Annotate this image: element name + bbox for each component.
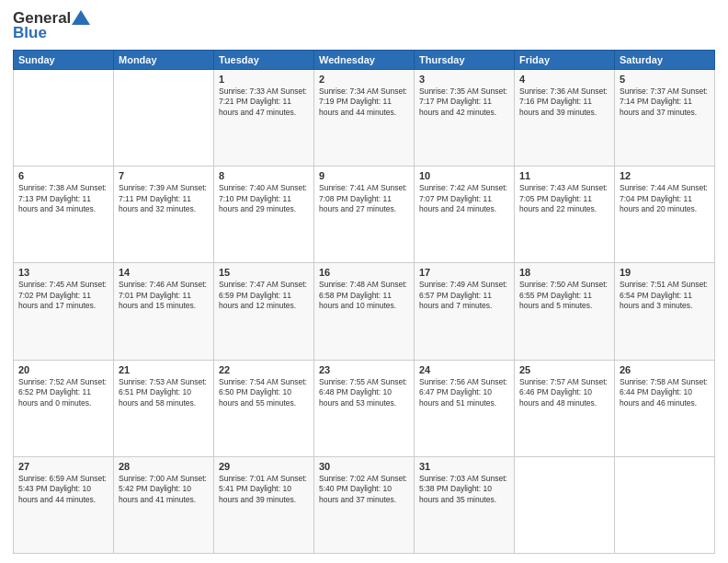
weekday-sunday: Sunday xyxy=(14,51,114,70)
day-info: Sunrise: 7:38 AM Sunset: 7:13 PM Dayligh… xyxy=(18,183,108,214)
calendar-cell: 12Sunrise: 7:44 AM Sunset: 7:04 PM Dayli… xyxy=(615,167,715,263)
day-info: Sunrise: 7:48 AM Sunset: 6:58 PM Dayligh… xyxy=(319,280,409,311)
calendar-cell: 4Sunrise: 7:36 AM Sunset: 7:16 PM Daylig… xyxy=(515,70,615,167)
day-info: Sunrise: 7:56 AM Sunset: 6:47 PM Dayligh… xyxy=(419,377,509,408)
calendar-cell: 15Sunrise: 7:47 AM Sunset: 6:59 PM Dayli… xyxy=(214,263,314,360)
week-row-4: 20Sunrise: 7:52 AM Sunset: 6:52 PM Dayli… xyxy=(14,360,715,456)
day-number: 7 xyxy=(119,170,209,181)
day-info: Sunrise: 7:40 AM Sunset: 7:10 PM Dayligh… xyxy=(219,183,309,214)
day-info: Sunrise: 6:59 AM Sunset: 5:43 PM Dayligh… xyxy=(18,474,108,505)
calendar-cell: 2Sunrise: 7:34 AM Sunset: 7:19 PM Daylig… xyxy=(314,70,415,167)
day-info: Sunrise: 7:44 AM Sunset: 7:04 PM Dayligh… xyxy=(620,183,710,214)
day-number: 31 xyxy=(419,461,509,472)
day-info: Sunrise: 7:03 AM Sunset: 5:38 PM Dayligh… xyxy=(419,474,509,505)
day-number: 25 xyxy=(519,364,609,375)
day-info: Sunrise: 7:58 AM Sunset: 6:44 PM Dayligh… xyxy=(620,377,710,408)
day-info: Sunrise: 7:42 AM Sunset: 7:07 PM Dayligh… xyxy=(419,183,509,214)
calendar-cell: 14Sunrise: 7:46 AM Sunset: 7:01 PM Dayli… xyxy=(114,263,214,360)
day-info: Sunrise: 7:36 AM Sunset: 7:16 PM Dayligh… xyxy=(519,86,609,118)
calendar-cell: 28Sunrise: 7:00 AM Sunset: 5:42 PM Dayli… xyxy=(114,456,214,553)
day-number: 30 xyxy=(319,461,409,472)
day-number: 23 xyxy=(319,364,409,375)
day-info: Sunrise: 7:35 AM Sunset: 7:17 PM Dayligh… xyxy=(419,86,509,118)
day-number: 28 xyxy=(119,461,209,472)
calendar-cell: 20Sunrise: 7:52 AM Sunset: 6:52 PM Dayli… xyxy=(14,360,114,456)
week-row-1: 1Sunrise: 7:33 AM Sunset: 7:21 PM Daylig… xyxy=(14,70,715,167)
calendar-cell: 17Sunrise: 7:49 AM Sunset: 6:57 PM Dayli… xyxy=(415,263,515,360)
weekday-monday: Monday xyxy=(114,51,214,70)
header: General Blue xyxy=(13,9,715,42)
day-number: 29 xyxy=(219,461,309,472)
day-number: 13 xyxy=(18,267,108,278)
day-number: 5 xyxy=(620,74,710,85)
calendar-cell: 23Sunrise: 7:55 AM Sunset: 6:48 PM Dayli… xyxy=(314,360,415,456)
week-row-3: 13Sunrise: 7:45 AM Sunset: 7:02 PM Dayli… xyxy=(14,263,715,360)
calendar-cell: 21Sunrise: 7:53 AM Sunset: 6:51 PM Dayli… xyxy=(114,360,214,456)
day-number: 19 xyxy=(620,267,710,278)
calendar-cell: 26Sunrise: 7:58 AM Sunset: 6:44 PM Dayli… xyxy=(615,360,715,456)
day-info: Sunrise: 7:34 AM Sunset: 7:19 PM Dayligh… xyxy=(319,86,409,118)
calendar-cell: 10Sunrise: 7:42 AM Sunset: 7:07 PM Dayli… xyxy=(415,167,515,263)
day-number: 18 xyxy=(519,267,609,278)
calendar-cell: 22Sunrise: 7:54 AM Sunset: 6:50 PM Dayli… xyxy=(214,360,314,456)
day-info: Sunrise: 7:54 AM Sunset: 6:50 PM Dayligh… xyxy=(219,377,309,408)
day-number: 11 xyxy=(519,170,609,181)
calendar-cell xyxy=(615,456,715,553)
calendar-cell: 30Sunrise: 7:02 AM Sunset: 5:40 PM Dayli… xyxy=(314,456,415,553)
weekday-header-row: SundayMondayTuesdayWednesdayThursdayFrid… xyxy=(14,51,715,70)
day-info: Sunrise: 7:52 AM Sunset: 6:52 PM Dayligh… xyxy=(18,377,108,408)
calendar-cell: 7Sunrise: 7:39 AM Sunset: 7:11 PM Daylig… xyxy=(114,167,214,263)
day-info: Sunrise: 7:57 AM Sunset: 6:46 PM Dayligh… xyxy=(519,377,609,408)
calendar-cell: 29Sunrise: 7:01 AM Sunset: 5:41 PM Dayli… xyxy=(214,456,314,553)
calendar-cell: 6Sunrise: 7:38 AM Sunset: 7:13 PM Daylig… xyxy=(14,167,114,263)
day-number: 21 xyxy=(119,364,209,375)
day-info: Sunrise: 7:45 AM Sunset: 7:02 PM Dayligh… xyxy=(18,280,108,311)
calendar-cell: 5Sunrise: 7:37 AM Sunset: 7:14 PM Daylig… xyxy=(615,70,715,167)
calendar-cell: 16Sunrise: 7:48 AM Sunset: 6:58 PM Dayli… xyxy=(314,263,415,360)
calendar-cell: 3Sunrise: 7:35 AM Sunset: 7:17 PM Daylig… xyxy=(415,70,515,167)
day-number: 27 xyxy=(18,461,108,472)
day-number: 4 xyxy=(519,74,609,85)
week-row-5: 27Sunrise: 6:59 AM Sunset: 5:43 PM Dayli… xyxy=(14,456,715,553)
calendar-cell: 19Sunrise: 7:51 AM Sunset: 6:54 PM Dayli… xyxy=(615,263,715,360)
day-number: 12 xyxy=(620,170,710,181)
svg-marker-0 xyxy=(72,10,90,25)
day-info: Sunrise: 7:02 AM Sunset: 5:40 PM Dayligh… xyxy=(319,474,409,505)
day-info: Sunrise: 7:47 AM Sunset: 6:59 PM Dayligh… xyxy=(219,280,309,311)
calendar-cell: 31Sunrise: 7:03 AM Sunset: 5:38 PM Dayli… xyxy=(415,456,515,553)
calendar-cell: 1Sunrise: 7:33 AM Sunset: 7:21 PM Daylig… xyxy=(214,70,314,167)
day-number: 26 xyxy=(620,364,710,375)
day-number: 16 xyxy=(319,267,409,278)
logo-blue-text: Blue xyxy=(13,24,47,42)
day-info: Sunrise: 7:01 AM Sunset: 5:41 PM Dayligh… xyxy=(219,474,309,505)
calendar-cell: 24Sunrise: 7:56 AM Sunset: 6:47 PM Dayli… xyxy=(415,360,515,456)
calendar-cell: 11Sunrise: 7:43 AM Sunset: 7:05 PM Dayli… xyxy=(515,167,615,263)
day-info: Sunrise: 7:53 AM Sunset: 6:51 PM Dayligh… xyxy=(119,377,209,408)
day-info: Sunrise: 7:37 AM Sunset: 7:14 PM Dayligh… xyxy=(620,86,710,118)
weekday-friday: Friday xyxy=(515,51,615,70)
day-info: Sunrise: 7:33 AM Sunset: 7:21 PM Dayligh… xyxy=(219,86,309,118)
day-number: 20 xyxy=(18,364,108,375)
page: General Blue SundayMondayTuesdayWednesda… xyxy=(0,0,728,563)
calendar-table: SundayMondayTuesdayWednesdayThursdayFrid… xyxy=(13,50,715,554)
day-info: Sunrise: 7:39 AM Sunset: 7:11 PM Dayligh… xyxy=(119,183,209,214)
calendar-cell: 27Sunrise: 6:59 AM Sunset: 5:43 PM Dayli… xyxy=(14,456,114,553)
week-row-2: 6Sunrise: 7:38 AM Sunset: 7:13 PM Daylig… xyxy=(14,167,715,263)
day-info: Sunrise: 7:55 AM Sunset: 6:48 PM Dayligh… xyxy=(319,377,409,408)
calendar-cell: 8Sunrise: 7:40 AM Sunset: 7:10 PM Daylig… xyxy=(214,167,314,263)
day-info: Sunrise: 7:00 AM Sunset: 5:42 PM Dayligh… xyxy=(119,474,209,505)
calendar-cell xyxy=(14,70,114,167)
day-number: 17 xyxy=(419,267,509,278)
day-number: 8 xyxy=(219,170,309,181)
day-info: Sunrise: 7:50 AM Sunset: 6:55 PM Dayligh… xyxy=(519,280,609,311)
weekday-saturday: Saturday xyxy=(615,51,715,70)
calendar-cell: 13Sunrise: 7:45 AM Sunset: 7:02 PM Dayli… xyxy=(14,263,114,360)
calendar-cell: 9Sunrise: 7:41 AM Sunset: 7:08 PM Daylig… xyxy=(314,167,415,263)
day-number: 6 xyxy=(18,170,108,181)
day-number: 10 xyxy=(419,170,509,181)
day-info: Sunrise: 7:46 AM Sunset: 7:01 PM Dayligh… xyxy=(119,280,209,311)
weekday-wednesday: Wednesday xyxy=(314,51,415,70)
calendar-cell: 18Sunrise: 7:50 AM Sunset: 6:55 PM Dayli… xyxy=(515,263,615,360)
day-info: Sunrise: 7:41 AM Sunset: 7:08 PM Dayligh… xyxy=(319,183,409,214)
calendar-cell: 25Sunrise: 7:57 AM Sunset: 6:46 PM Dayli… xyxy=(515,360,615,456)
